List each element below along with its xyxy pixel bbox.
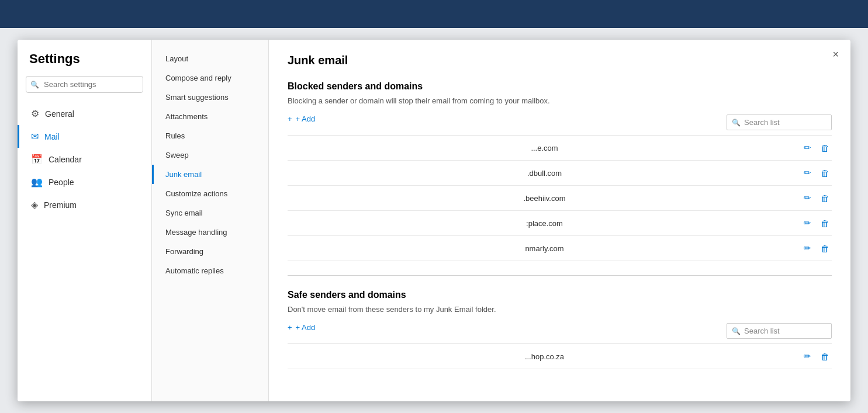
general-icon: ⚙ xyxy=(31,108,39,119)
entry-actions-3: ✏ 🗑 xyxy=(801,217,832,230)
entry-actions-1: ✏ 🗑 xyxy=(801,166,832,179)
sidebar-item-people[interactable]: 👥 People xyxy=(18,171,151,193)
sidebar-calendar-label: Calendar xyxy=(49,155,82,164)
premium-icon: ◈ xyxy=(31,199,38,210)
sidebar-mail-label: Mail xyxy=(44,132,60,141)
blocked-section-desc: Blocking a sender or domain will stop th… xyxy=(288,96,832,105)
entry-domain-2: .beehiiv.com xyxy=(288,194,801,203)
safe-edit-button-0[interactable]: ✏ xyxy=(801,350,814,363)
entry-actions-0: ✏ 🗑 xyxy=(801,141,832,154)
safe-search-placeholder: Search list xyxy=(744,327,780,335)
safe-section-desc: Don't move email from these senders to m… xyxy=(288,305,832,314)
blocked-search-placeholder: Search list xyxy=(744,118,780,127)
edit-button-2[interactable]: ✏ xyxy=(801,192,814,204)
sidebar-item-general[interactable]: ⚙ General xyxy=(18,102,151,125)
submenu-message-handling[interactable]: Message handling xyxy=(152,223,268,242)
table-row: ...e.com ✏ 🗑 xyxy=(288,136,832,161)
mail-icon: ✉ xyxy=(31,131,39,142)
settings-submenu: Layout Compose and reply Smart suggestio… xyxy=(152,40,269,401)
blocked-list-header: + + Add 🔍 Search list xyxy=(288,114,832,130)
people-icon: 👥 xyxy=(31,176,43,188)
edit-button-3[interactable]: ✏ xyxy=(801,217,814,230)
sidebar-premium-label: Premium xyxy=(44,200,77,210)
entry-domain-1: .dbull.com xyxy=(288,169,801,178)
safe-search-icon: 🔍 xyxy=(732,327,741,335)
sidebar-item-calendar[interactable]: 📅 Calendar xyxy=(18,148,151,171)
submenu-sweep[interactable]: Sweep xyxy=(152,145,268,165)
safe-entries-list: ...hop.co.za ✏ 🗑 xyxy=(288,343,832,369)
submenu-customize-actions[interactable]: Customize actions xyxy=(152,184,268,203)
sidebar-item-premium[interactable]: ◈ Premium xyxy=(18,193,151,216)
safe-delete-button-0[interactable]: 🗑 xyxy=(818,350,832,363)
settings-title: Settings xyxy=(18,51,151,76)
section-divider xyxy=(288,275,832,276)
search-settings-input[interactable] xyxy=(26,76,143,93)
search-settings-container: 🔍 xyxy=(26,76,143,93)
modal-close-button[interactable]: × xyxy=(832,49,839,60)
edit-button-4[interactable]: ✏ xyxy=(801,242,814,255)
settings-main-content: × Junk email Blocked senders and domains… xyxy=(269,40,850,401)
edit-button-1[interactable]: ✏ xyxy=(801,166,814,179)
safe-add-label: + Add xyxy=(296,323,316,332)
edit-button-0[interactable]: ✏ xyxy=(801,141,814,154)
table-row: :place.com ✏ 🗑 xyxy=(288,211,832,236)
blocked-add-label: + Add xyxy=(296,114,316,123)
calendar-icon: 📅 xyxy=(31,154,43,165)
safe-list-header: + + Add 🔍 Search list xyxy=(288,323,832,339)
submenu-forwarding[interactable]: Forwarding xyxy=(152,242,268,261)
table-row: .dbull.com ✏ 🗑 xyxy=(288,161,832,186)
safe-entry-actions-0: ✏ 🗑 xyxy=(801,350,832,363)
sidebar-general-label: General xyxy=(45,109,74,119)
entry-actions-4: ✏ 🗑 xyxy=(801,242,832,255)
safe-entry-domain-0: ...hop.co.za xyxy=(288,352,801,361)
plus-icon-safe: + xyxy=(288,323,292,332)
sidebar-people-label: People xyxy=(49,178,74,187)
safe-section-heading: Safe senders and domains xyxy=(288,290,832,300)
settings-sidebar: Settings 🔍 ⚙ General ✉ Mail 📅 Calendar xyxy=(18,40,152,401)
blocked-add-link[interactable]: + + Add xyxy=(288,114,315,123)
submenu-layout[interactable]: Layout xyxy=(152,49,268,68)
delete-button-0[interactable]: 🗑 xyxy=(818,142,832,154)
modal-overlay: Settings 🔍 ⚙ General ✉ Mail 📅 Calendar xyxy=(0,28,868,413)
blocked-entries-list: ...e.com ✏ 🗑 .dbull.com ✏ 🗑 xyxy=(288,135,832,261)
blocked-section-heading: Blocked senders and domains xyxy=(288,81,832,92)
table-row: ...hop.co.za ✏ 🗑 xyxy=(288,344,832,369)
safe-search-list-box[interactable]: 🔍 Search list xyxy=(727,323,832,339)
submenu-junk-email[interactable]: Junk email xyxy=(152,165,268,184)
top-bar xyxy=(0,0,868,28)
table-row: .beehiiv.com ✏ 🗑 xyxy=(288,186,832,211)
entry-actions-2: ✏ 🗑 xyxy=(801,192,832,204)
delete-button-1[interactable]: 🗑 xyxy=(818,167,832,179)
entry-domain-0: ...e.com xyxy=(288,144,801,152)
main-content-area: Settings 🔍 ⚙ General ✉ Mail 📅 Calendar xyxy=(0,28,868,413)
submenu-automatic-replies[interactable]: Automatic replies xyxy=(152,261,268,280)
submenu-rules[interactable]: Rules xyxy=(152,126,268,145)
submenu-smart-suggestions[interactable]: Smart suggestions xyxy=(152,88,268,107)
entry-domain-3: :place.com xyxy=(288,219,801,228)
table-row: nmarly.com ✏ 🗑 xyxy=(288,236,832,261)
plus-icon: + xyxy=(288,114,292,123)
sidebar-item-mail[interactable]: ✉ Mail xyxy=(18,125,151,148)
delete-button-3[interactable]: 🗑 xyxy=(818,217,832,230)
submenu-compose-reply[interactable]: Compose and reply xyxy=(152,68,268,88)
page-title: Junk email xyxy=(288,54,832,67)
delete-button-4[interactable]: 🗑 xyxy=(818,242,832,255)
blocked-search-icon: 🔍 xyxy=(732,119,741,127)
blocked-search-list-box[interactable]: 🔍 Search list xyxy=(727,114,832,130)
settings-modal: Settings 🔍 ⚙ General ✉ Mail 📅 Calendar xyxy=(18,40,850,401)
delete-button-2[interactable]: 🗑 xyxy=(818,192,832,204)
submenu-sync-email[interactable]: Sync email xyxy=(152,203,268,223)
submenu-attachments[interactable]: Attachments xyxy=(152,107,268,126)
search-icon: 🔍 xyxy=(30,81,39,89)
safe-add-link[interactable]: + + Add xyxy=(288,323,315,332)
entry-domain-4: nmarly.com xyxy=(288,244,801,253)
